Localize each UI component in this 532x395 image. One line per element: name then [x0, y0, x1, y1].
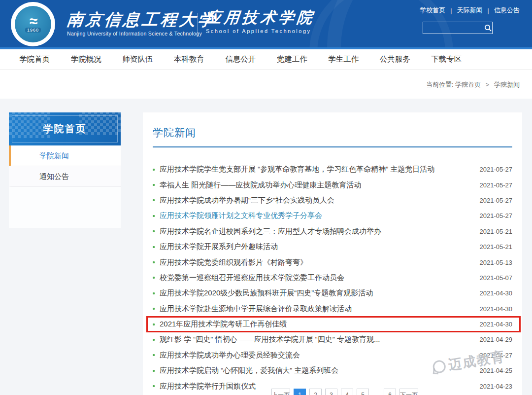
news-link[interactable]: 应用技术学院赴生源地中学开展综合评价录取政策解读活动 [160, 304, 473, 314]
title-underline [153, 146, 512, 147]
section-title: 学院新闻 [143, 112, 522, 140]
sidebar-item[interactable]: 学院新闻 [9, 145, 121, 166]
breadcrumb-row: 当前位置: 学院首页 > 学院新闻 [0, 70, 532, 99]
news-date: 2021-05-21 [480, 228, 513, 235]
news-list-item[interactable]: 应用技术学院领雁计划之文科专业优秀学子分享会 2021-05-27 [153, 208, 512, 223]
school-name-en: School of Applied Technology [206, 28, 315, 34]
sidebar-menu: 学院新闻通知公告 [9, 145, 121, 187]
bullet-icon [153, 169, 155, 171]
news-link[interactable]: 应用技术学院领雁计划之文科专业优秀学子分享会 [160, 211, 473, 220]
bullet-icon [153, 199, 155, 201]
news-date: 2021-04-30 [480, 305, 513, 313]
news-link[interactable]: 校党委第一巡察组召开巡察应用技术学院党委工作动员会 [160, 273, 473, 283]
seal-emblem: ≈ 1960 [15, 6, 51, 42]
topbar-link[interactable]: 天际新闻 [457, 6, 483, 15]
breadcrumb-home-link[interactable]: 学院首页 [455, 81, 481, 88]
news-date: 2021-04-30 [480, 289, 513, 297]
news-date: 2021-04-29 [480, 336, 513, 343]
bullet-icon [153, 323, 155, 325]
pagination-ellipsis: … [372, 389, 380, 395]
news-list-item[interactable]: 应用技术学院党委组织观看影片《村路弯弯》 2021-05-13 [153, 254, 512, 270]
news-date: 2021-05-07 [480, 274, 513, 282]
news-link[interactable]: 应用技术学院党委组织观看影片《村路弯弯》 [160, 258, 473, 267]
news-list-item[interactable]: 校党委第一巡察组召开巡察应用技术学院党委工作动员会 2021-05-07 [153, 270, 512, 286]
news-date: 2021-04-30 [480, 321, 513, 328]
nav-item[interactable]: 学院首页 [9, 54, 61, 65]
news-link[interactable]: 应用技术学院名企进校园系列之三：应用型人才专场招聘会成功举办 [160, 227, 473, 236]
news-list-item[interactable]: 应用技术学院名企进校园系列之三：应用型人才专场招聘会成功举办 2021-05-2… [153, 224, 512, 239]
news-list-item[interactable]: 应用技术学院学生党支部开展 “参观革命教育基地，学习红色革命精神” 主题党日活动… [153, 162, 512, 177]
bullet-icon [153, 230, 155, 232]
sidebar-header: 学院首页 [9, 112, 121, 145]
sidebar-item[interactable]: 通知公告 [9, 166, 121, 187]
brand-divider [198, 13, 198, 36]
news-list-item[interactable]: 应用技术学院开展系列户外趣味活动 2021-05-21 [153, 239, 512, 254]
news-list-item[interactable]: 应用技术学院赴生源地中学开展综合评价录取政策解读活动 2021-04-30 [153, 301, 512, 317]
content-card: 学院新闻 应用技术学院学生党支部开展 “参观革命教育基地，学习红色革命精神” 主… [143, 112, 522, 395]
header-accent-line [0, 47, 532, 49]
news-date: 2021-05-27 [480, 197, 513, 204]
nav-item[interactable]: 公共服务 [369, 54, 421, 65]
search-icon[interactable] [484, 22, 492, 34]
news-link[interactable]: 应用技术学院成功举办心理委员经验交流会 [160, 351, 473, 360]
topbar-link[interactable]: 信息公告 [494, 6, 520, 15]
news-link[interactable]: 应用技术学院成功举办暑期“三下乡”社会实践动员大会 [160, 196, 473, 205]
page: ≈ 1960 南京信息工程大学 Nanjing University of In… [0, 0, 532, 395]
sidebar-title: 学院首页 [43, 122, 87, 136]
bullet-icon [153, 292, 155, 294]
main-nav: 学院首页学院概况师资队伍本科教育信息公开党建工作学生工作公共服务下载专区 [0, 49, 532, 70]
news-list-item[interactable]: 2021年应用技术学院考研工作再创佳绩 2021-04-30 [153, 317, 512, 332]
pagination-page-button[interactable]: 4 [341, 389, 353, 395]
pagination-next-button[interactable]: 下一页 [399, 389, 418, 395]
bullet-icon [153, 215, 155, 217]
news-link[interactable]: 幸福人生 阳光随行——应技院成功举办心理健康主题教育活动 [160, 180, 473, 190]
nav-item[interactable]: 信息公开 [215, 54, 266, 65]
news-date: 2021-05-27 [480, 181, 513, 189]
pagination-page-button[interactable]: 2 [309, 389, 322, 395]
university-brand: 南京信息工程大学 Nanjing University of Informati… [67, 11, 217, 36]
site-header: ≈ 1960 南京信息工程大学 Nanjing University of In… [0, 0, 532, 49]
bullet-icon [153, 385, 155, 387]
news-list-item[interactable]: 幸福人生 阳光随行——应技院成功举办心理健康主题教育活动 2021-05-27 [153, 177, 512, 192]
link-separator: | [450, 7, 452, 14]
breadcrumb-label: 当前位置: [426, 81, 454, 88]
breadcrumb: 当前位置: 学院首页 > 学院新闻 [426, 80, 520, 89]
search-box[interactable] [423, 22, 493, 34]
news-link[interactable]: 应用技术学院启动 “心怀阳光，爱我信大” 主题系列班会 [160, 366, 473, 375]
news-list-item[interactable]: 应用技术学院成功举办暑期“三下乡”社会实践动员大会 2021-05-27 [153, 193, 512, 208]
news-link[interactable]: 应用技术学院学生党支部开展 “参观革命教育基地，学习红色革命精神” 主题党日活动 [160, 165, 473, 174]
news-list-item[interactable]: 应用技术学院启动 “心怀阳光，爱我信大” 主题系列班会 2021-04-25 [153, 363, 512, 378]
news-list-item[interactable]: 应用技术学院成功举办心理委员经验交流会 2021-04-27 [153, 348, 512, 363]
breadcrumb-current: 学院新闻 [494, 81, 520, 88]
bullet-icon [153, 308, 155, 310]
news-link[interactable]: 观红影 学 “四史” 悟初心 ——应用技术学院开展 “四史” 专题教育观... [160, 335, 473, 344]
school-brand: 应用技术学院 School of Applied Technology [206, 8, 315, 34]
nav-item[interactable]: 学院概况 [61, 54, 112, 65]
pagination-prev-button[interactable]: 上一页 [271, 389, 290, 395]
nav-item[interactable]: 学生工作 [318, 54, 369, 65]
bullet-icon [153, 277, 155, 279]
topbar-link[interactable]: 学校首页 [420, 6, 445, 15]
news-list: 应用技术学院学生党支部开展 “参观革命教育基地，学习红色革命精神” 主题党日活动… [153, 162, 512, 394]
nav-item[interactable]: 下载专区 [421, 54, 472, 65]
chevron-right-icon: > [486, 81, 490, 88]
link-separator: | [488, 7, 489, 14]
news-link[interactable]: 2021年应用技术学院考研工作再创佳绩 [160, 320, 473, 329]
news-date: 2021-04-25 [480, 367, 513, 374]
bullet-icon [153, 184, 155, 186]
search-input[interactable] [392, 22, 484, 34]
university-name-cn: 南京信息工程大学 [66, 11, 218, 29]
nav-item[interactable]: 党建工作 [266, 54, 318, 65]
pagination-page-button[interactable]: 3 [325, 389, 337, 395]
news-date: 2021-05-21 [480, 243, 513, 251]
sidebar: 学院首页 学院新闻通知公告 [9, 112, 121, 228]
pagination-page-button[interactable]: 6 [384, 389, 396, 395]
pagination-page-button[interactable]: 1 [294, 389, 306, 395]
news-link[interactable]: 应用技术学院2020级少数民族预科班开展“四史”专题教育观影活动 [160, 288, 473, 298]
news-list-item[interactable]: 观红影 学 “四史” 悟初心 ——应用技术学院开展 “四史” 专题教育观... … [153, 332, 512, 347]
nav-item[interactable]: 师资队伍 [112, 54, 164, 65]
pagination-page-button[interactable]: 5 [357, 389, 369, 395]
nav-item[interactable]: 本科教育 [164, 54, 215, 65]
news-link[interactable]: 应用技术学院开展系列户外趣味活动 [160, 242, 473, 251]
news-list-item[interactable]: 应用技术学院2020级少数民族预科班开展“四史”专题教育观影活动 2021-04… [153, 286, 512, 301]
